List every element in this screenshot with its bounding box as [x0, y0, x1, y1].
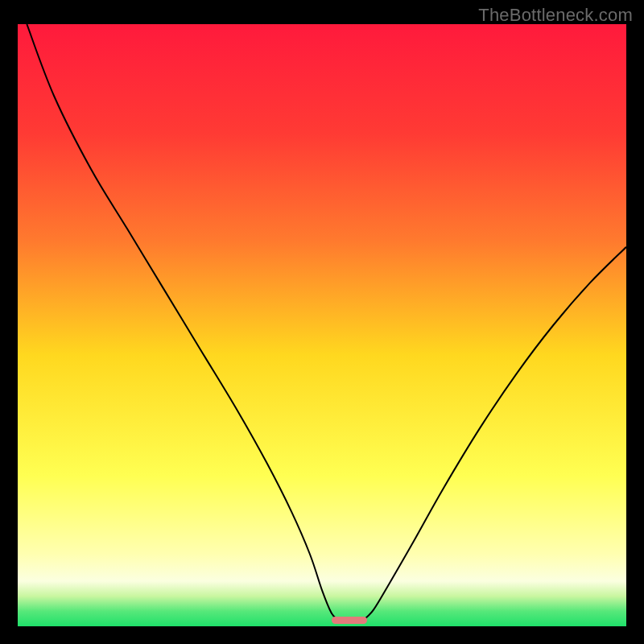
chart-frame: TheBottleneck.com: [0, 0, 644, 644]
bottleneck-curve-chart: [18, 24, 626, 626]
plot-area: [18, 24, 626, 626]
watermark-text: TheBottleneck.com: [478, 5, 633, 26]
bottleneck-range-marker: [332, 617, 367, 624]
gradient-background: [18, 24, 626, 626]
